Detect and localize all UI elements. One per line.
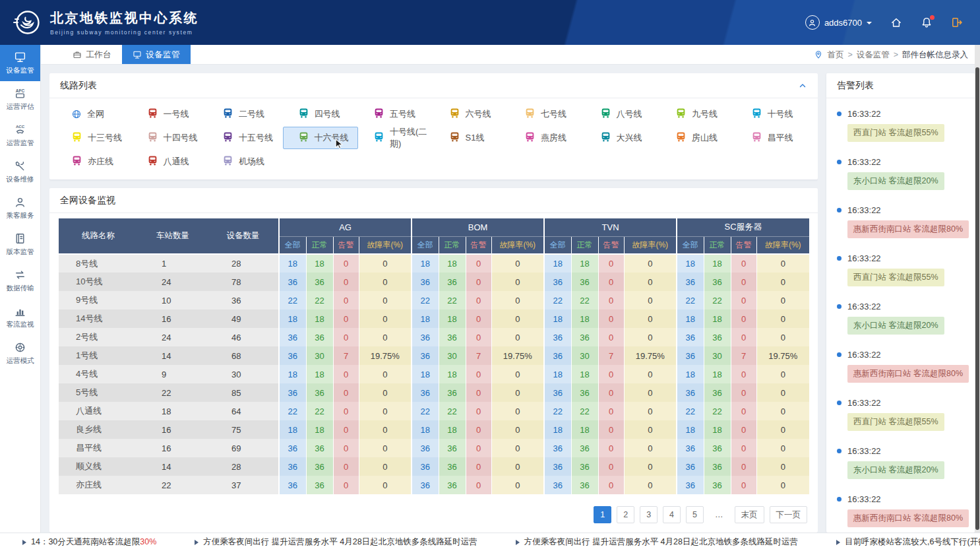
line-item-十号线[interactable]: 十号线	[736, 103, 812, 125]
ticker-arrow-icon	[836, 540, 840, 545]
sidebar-item-数据传输[interactable]: 数据传输	[0, 263, 40, 299]
cell-rate: 0	[624, 309, 677, 328]
alarm-item[interactable]: 16:33:22惠新西街南口站 客流超限80%	[836, 350, 965, 383]
cell-line-name: 5号线	[59, 383, 138, 402]
alarm-item[interactable]: 16:33:22东小口站 客流超限20%	[836, 157, 965, 190]
line-item-八通线[interactable]: 八通线	[132, 150, 208, 173]
svg-text:ACC: ACC	[16, 124, 25, 129]
line-item-八号线[interactable]: 八号线	[585, 103, 661, 125]
sidebar-item-label: 设备监管	[7, 66, 34, 75]
table-row[interactable]: 10号线2478363600363600363600363600	[59, 273, 809, 291]
line-item-亦庄线[interactable]: 亦庄线	[56, 150, 132, 173]
column-header: 设备数量	[208, 218, 279, 254]
page-button-5[interactable]: 5	[686, 506, 704, 523]
breadcrumb-item[interactable]: 设备监管	[857, 49, 890, 61]
cell-all: 36	[279, 328, 306, 346]
cell-ok: 36	[306, 457, 333, 476]
line-item-六号线[interactable]: 六号线	[434, 103, 510, 125]
sidebar-item-运营模式[interactable]: 运营模式	[0, 335, 40, 372]
sidebar-item-客流监视[interactable]: 客流监视	[0, 299, 40, 335]
cell-ok: 18	[306, 420, 333, 439]
cell-ok: 22	[704, 402, 731, 420]
line-item-十六号线[interactable]: 十六号线	[283, 127, 359, 149]
tab-设备监管[interactable]: 设备监管	[122, 45, 191, 64]
ticker-item: 14：30分天通苑南站客流超限30%	[22, 536, 156, 548]
scrollbar[interactable]	[975, 45, 980, 533]
alarm-item[interactable]: 16:33:22东小口站 客流超限20%	[836, 446, 965, 479]
sidebar-item-版本监管[interactable]: 版本监管	[0, 226, 40, 263]
line-item-昌平线[interactable]: 昌平线	[736, 127, 812, 149]
cell-stations: 10	[138, 291, 208, 309]
sidebar-item-设备监管[interactable]: 设备监管	[0, 45, 40, 81]
table-row[interactable]: 昌平线1669363600363600363600363600	[59, 439, 809, 457]
monitor-icon	[14, 51, 26, 63]
line-item-七号线[interactable]: 七号线	[509, 103, 585, 125]
line-item-全网[interactable]: 全网	[56, 103, 132, 125]
cell-all: 36	[677, 383, 704, 402]
line-item-大兴线[interactable]: 大兴线	[585, 127, 661, 149]
alarm-item[interactable]: 16:33:22惠新西街南口站 客流超限80%	[836, 494, 965, 527]
collapse-icon[interactable]	[798, 81, 807, 90]
alarm-item[interactable]: 16:33:22西直门站 客流超限55%	[836, 253, 965, 286]
line-item-燕房线[interactable]: 燕房线	[509, 127, 585, 149]
table-row[interactable]: 亦庄线2237363600363600363600363600	[59, 476, 809, 494]
line-item-十三号线[interactable]: 十三号线	[56, 127, 132, 149]
page-button-1[interactable]: 1	[594, 506, 611, 523]
logout-icon[interactable]	[951, 16, 963, 28]
line-item-十四号线[interactable]: 十四号线	[132, 127, 208, 149]
alarm-item[interactable]: 16:33:22东小口站 客流超限20%	[836, 302, 965, 335]
tab-工作台[interactable]: 工作台	[62, 45, 122, 64]
breadcrumb-item[interactable]: 首页	[827, 49, 843, 61]
cell-rate: 0	[624, 383, 677, 402]
page-button-4[interactable]: 4	[663, 506, 681, 523]
table-row[interactable]: 5号线2285363600363600363600363600	[59, 383, 809, 402]
table-row[interactable]: 顺义线1428363600363600363600363600	[59, 457, 809, 476]
metro-line-icon	[373, 131, 384, 145]
cell-line-name: 8号线	[59, 254, 138, 273]
sidebar-item-设备维修[interactable]: 设备维修	[0, 154, 40, 190]
table-row[interactable]: 2号线2446363600363600363600363600	[59, 328, 809, 346]
line-item-四号线[interactable]: 四号线	[283, 103, 359, 125]
cell-rate: 0	[491, 365, 544, 383]
table-row[interactable]: 良乡线1675181800181800181800181800	[59, 420, 809, 439]
line-item-十五号线[interactable]: 十五号线	[207, 127, 283, 149]
cell-all: 36	[677, 439, 704, 457]
cell-all: 22	[544, 402, 571, 420]
breadcrumb-item[interactable]: 部件台帐信息录入	[902, 49, 968, 61]
scrollbar-thumb[interactable]	[975, 67, 979, 530]
alarm-item[interactable]: 16:33:22西直门站 客流超限55%	[836, 398, 965, 431]
table-row[interactable]: 9号线1036222200222200222200222200	[59, 291, 809, 309]
alarm-item[interactable]: 16:33:22惠新西街南口站 客流超限80%	[836, 205, 965, 238]
table-row[interactable]: 8号线128181800181800181800181800	[59, 254, 809, 273]
sidebar-item-乘客服务[interactable]: 乘客服务	[0, 190, 40, 226]
line-item-十号线(二期)[interactable]: 十号线(二期)	[358, 127, 434, 149]
user-menu[interactable]: adds6700	[805, 15, 872, 30]
home-icon[interactable]	[890, 16, 902, 28]
line-item-五号线[interactable]: 五号线	[358, 103, 434, 125]
page-button-3[interactable]: 3	[640, 506, 658, 523]
line-item-label: 机场线	[239, 156, 264, 168]
line-item-一号线[interactable]: 一号线	[132, 103, 208, 125]
table-row[interactable]: 八通线1864222200222200222200222200	[59, 402, 809, 420]
table-row[interactable]: 4号线930181800181800181800181800	[59, 365, 809, 383]
line-item-S1线[interactable]: S1线	[434, 127, 510, 149]
cell-devices: 28	[208, 457, 279, 476]
alarm-time: 16:33:22	[847, 205, 881, 215]
table-row[interactable]: 1号线14683630719.75%3630719.75%3630719.75%…	[59, 346, 809, 365]
line-item-机场线[interactable]: 机场线	[207, 150, 283, 173]
page-button-下一页[interactable]: 下一页	[770, 506, 808, 523]
cell-all: 18	[412, 254, 439, 273]
page-button-末页[interactable]: 末页	[735, 506, 764, 523]
sidebar-item-运营监管[interactable]: ACC运营监管	[0, 117, 40, 154]
cell-devices: 46	[208, 328, 279, 346]
alarm-item[interactable]: 16:33:22西直门站 客流超限55%	[836, 109, 965, 142]
line-item-房山线[interactable]: 房山线	[660, 127, 736, 149]
cell-ok: 18	[704, 420, 731, 439]
page-button-2[interactable]: 2	[617, 506, 634, 523]
cell-rate: 0	[491, 309, 544, 328]
line-item-二号线[interactable]: 二号线	[207, 103, 283, 125]
line-item-九号线[interactable]: 九号线	[660, 103, 736, 125]
table-row[interactable]: 14号线1649181800181800181800181800	[59, 309, 809, 328]
sidebar-item-运营评估[interactable]: AFC运营评估	[0, 81, 40, 117]
bell-icon[interactable]	[921, 16, 933, 28]
